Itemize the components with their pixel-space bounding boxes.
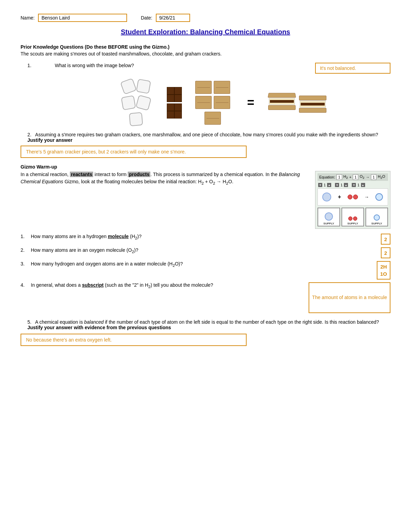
graham-5 bbox=[204, 112, 221, 125]
q1-number: 1. bbox=[21, 63, 51, 68]
q5-bold: Justify your answer with evidence from t… bbox=[27, 325, 171, 330]
count-2: 1 bbox=[340, 183, 342, 187]
eq-o2: O2 bbox=[360, 174, 364, 180]
smore-top-1 bbox=[267, 93, 296, 98]
graham-group bbox=[192, 81, 233, 125]
page-title: Student Exploration: Balancing Chemical … bbox=[21, 28, 390, 36]
gizmo-warmup-title: Gizmo Warm-up bbox=[21, 164, 390, 170]
smore-1 bbox=[268, 93, 296, 113]
eq-h2: H2 bbox=[344, 174, 348, 180]
down-btn-2[interactable]: ▼ bbox=[335, 183, 339, 187]
eq-plus: + bbox=[349, 175, 351, 179]
chocolate-group bbox=[167, 87, 182, 119]
up-btn-2[interactable]: ▲ bbox=[344, 183, 348, 187]
supply-label-1: SUPPLY bbox=[323, 222, 334, 225]
gizmo-q3-answer: 2H 1O bbox=[377, 261, 390, 280]
marshmallow-group bbox=[115, 80, 157, 126]
gizmo-q1-item: 1. How many atoms are in a hydrogen mole… bbox=[21, 234, 390, 245]
smores-image: = bbox=[51, 80, 390, 126]
gizmo-q3-text: How many hydrogen and oxygen atoms are i… bbox=[31, 261, 373, 268]
down-btn-1[interactable]: ▼ bbox=[318, 183, 322, 187]
q1-text: What is wrong with the image below? bbox=[55, 63, 312, 68]
supply-h2 bbox=[325, 212, 333, 221]
gizmo-q1-4-questions: 1. How many atoms are in a hydrogen mole… bbox=[21, 234, 390, 316]
gizmo-q3-num: 3. bbox=[21, 261, 27, 267]
gizmo-q4-num: 4. bbox=[21, 282, 27, 288]
down-btn-3[interactable]: ▼ bbox=[352, 183, 356, 187]
count-1: 1 bbox=[324, 183, 326, 187]
prior-knowledge-subtitle: The scouts are making s'mores out of toa… bbox=[21, 51, 390, 57]
gizmo-diagram: Equation: 1 H2 + 1 O2 → 1 H2O ▼ 1 ▲ ▼ 1 … bbox=[315, 171, 390, 229]
supply-label-3: SUPPLY bbox=[371, 222, 382, 225]
q1-row: 1. What is wrong with the image below? I… bbox=[21, 63, 390, 74]
eq-h2o: H2O bbox=[378, 174, 385, 180]
choc-4 bbox=[174, 95, 182, 102]
choc-3 bbox=[167, 95, 174, 102]
name-label: Name: bbox=[21, 15, 35, 21]
supply-o2 bbox=[353, 216, 357, 221]
o2-molecule-display bbox=[348, 195, 358, 199]
prior-knowledge-section: Prior Knowledge Questions (Do these BEFO… bbox=[21, 44, 390, 158]
marshmallow-5 bbox=[129, 112, 143, 126]
name-value: Benson Laird bbox=[38, 14, 127, 22]
gizmo-q4-item: 4. In general, what does a subscript (su… bbox=[21, 282, 390, 313]
smore-fill-1 bbox=[269, 98, 295, 105]
supply-box-1: SUPPLY bbox=[317, 208, 340, 226]
q5-num: 5. bbox=[27, 319, 32, 325]
date-label: Date: bbox=[141, 15, 152, 21]
equation-bar: Equation: 1 H2 + 1 O2 → 1 H2O bbox=[317, 173, 388, 181]
graham-3 bbox=[195, 96, 212, 109]
smore-choc-1 bbox=[270, 100, 294, 103]
balanced-italic: balanced bbox=[84, 319, 104, 325]
choc-2 bbox=[174, 87, 182, 95]
equals-sign: = bbox=[247, 96, 254, 110]
gizmo-q3-item: 3. How many hydrogen and oxygen atoms ar… bbox=[21, 261, 390, 280]
supply-o1 bbox=[348, 216, 352, 221]
prior-knowledge-heading: Prior Knowledge Questions (Do these BEFO… bbox=[21, 44, 390, 50]
supply-label-2: SUPPLY bbox=[347, 222, 358, 225]
gizmo-name-italic: Balancing Chemical Equations bbox=[21, 172, 300, 184]
date-value: 9/26/21 bbox=[156, 14, 190, 22]
h2-molecule-display bbox=[322, 193, 331, 201]
up-btn-1[interactable]: ▲ bbox=[327, 183, 331, 187]
stepper-row: ▼ 1 ▲ ▼ 1 ▲ ▼ 1 ▲ bbox=[317, 183, 388, 187]
gizmo-q1-num: 1. bbox=[21, 234, 27, 239]
q2-text: 2. Assuming a s'more requires two graham… bbox=[27, 132, 390, 143]
reaction-area: + → bbox=[317, 188, 388, 206]
choc-5 bbox=[167, 103, 174, 111]
h2-circle bbox=[322, 193, 331, 201]
count-3: 1 bbox=[357, 183, 359, 187]
reaction-arrow: → bbox=[364, 194, 369, 200]
smore-fill-2 bbox=[300, 101, 326, 108]
q5-answer: No because there's an extra oxygen left. bbox=[21, 334, 247, 346]
choc-8 bbox=[174, 111, 182, 119]
supply-box-3: SUPPLY bbox=[365, 208, 388, 226]
graham-2 bbox=[214, 81, 230, 94]
reactants-highlight: reactants bbox=[70, 172, 93, 177]
gizmo-q1-answer: 2 bbox=[381, 234, 390, 245]
smore-result bbox=[268, 93, 326, 113]
gizmo-q1-text: How many atoms are in a hydrogen molecul… bbox=[31, 234, 377, 240]
smore-top-2 bbox=[299, 96, 326, 100]
graham-1 bbox=[195, 81, 212, 94]
gizmo-q2-num: 2. bbox=[21, 247, 27, 253]
supply-boxes: SUPPLY SUPPLY SUPPLY bbox=[317, 208, 388, 226]
gizmo-q2-text: How many atoms are in an oxygen molecule… bbox=[31, 247, 377, 254]
q2-section: 2. Assuming a s'more requires two graham… bbox=[21, 132, 390, 158]
eq-2: 1 bbox=[353, 174, 358, 180]
o-atom-2 bbox=[353, 195, 358, 199]
marshmallow-2 bbox=[136, 79, 151, 94]
gizmo-q1-4-block: 1. How many atoms are in a hydrogen mole… bbox=[21, 234, 390, 316]
molecule-word: molecule bbox=[108, 234, 129, 239]
q2-number: 2. bbox=[27, 132, 32, 137]
marshmallow-4 bbox=[136, 95, 152, 111]
smore-bottom-2 bbox=[299, 108, 326, 113]
gizmo-intro: In a chemical reaction, reactants intera… bbox=[21, 171, 390, 229]
marshmallow-3 bbox=[121, 95, 136, 110]
q2-answer: There's 5 graham cracker pieces, but 2 c… bbox=[21, 146, 247, 158]
gizmo-q4-text: In general, what does a subscript (such … bbox=[31, 282, 305, 289]
up-btn-3[interactable]: ▲ bbox=[361, 183, 365, 187]
o-atom-1 bbox=[348, 195, 352, 199]
choc-7 bbox=[167, 111, 174, 119]
supply-h2o bbox=[374, 214, 380, 221]
